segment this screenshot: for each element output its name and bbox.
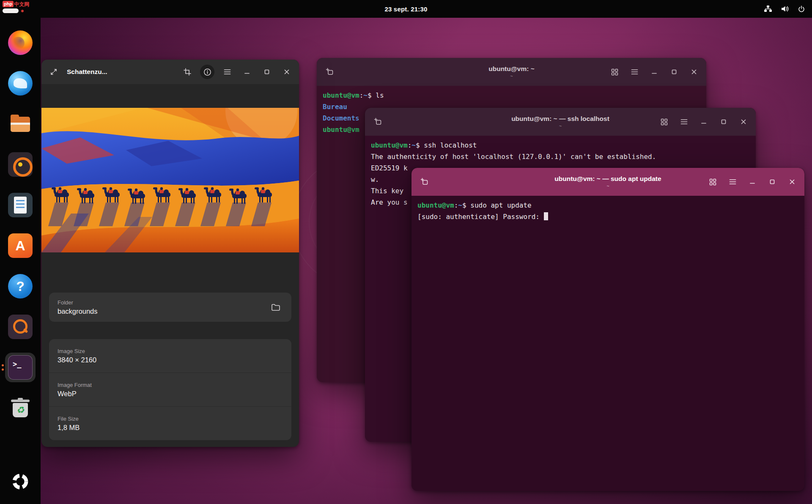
close-button[interactable] bbox=[687, 65, 701, 79]
desktop: 23 sept. 21:30 bbox=[0, 0, 812, 504]
property-label: File Size bbox=[58, 416, 283, 422]
dock-item-terminal[interactable]: >_ bbox=[5, 353, 36, 382]
minimize-button[interactable] bbox=[745, 175, 760, 189]
firefox-icon bbox=[8, 30, 33, 55]
app-center-icon: A bbox=[8, 233, 33, 258]
trash-icon: ♻ bbox=[8, 396, 33, 420]
minimize-button[interactable] bbox=[647, 65, 661, 79]
photo-canvas[interactable] bbox=[41, 108, 299, 252]
property-row: File Size 1,8 MB bbox=[49, 406, 291, 440]
property-value: WebP bbox=[58, 390, 283, 398]
top-bar: 23 sept. 21:30 bbox=[0, 0, 812, 18]
close-button[interactable] bbox=[736, 115, 751, 129]
crop-icon[interactable] bbox=[180, 65, 195, 79]
help-icon: ? bbox=[8, 274, 33, 299]
viewer-window-title: Schattenzu... bbox=[67, 68, 107, 76]
menu-button[interactable] bbox=[220, 65, 234, 79]
running-indicator-dots bbox=[2, 364, 4, 371]
dock-item-app-center[interactable]: A bbox=[5, 231, 36, 260]
network-icon bbox=[764, 5, 772, 13]
php-cn-logo: php 中文网 bbox=[3, 1, 29, 13]
files-icon bbox=[8, 112, 33, 136]
image-viewer-window: Schattenzu... bbox=[41, 60, 299, 447]
php-badge: php bbox=[3, 1, 14, 7]
tab-overview-icon[interactable] bbox=[657, 115, 671, 129]
volume-icon bbox=[781, 5, 789, 13]
open-folder-icon[interactable] bbox=[269, 300, 283, 315]
folder-property-card: Folder backgrounds bbox=[49, 293, 291, 322]
rhythmbox-icon bbox=[8, 152, 33, 177]
property-row: Image Size 3840 × 2160 bbox=[49, 339, 291, 373]
folder-value: backgrounds bbox=[58, 307, 97, 315]
tab-overview-icon[interactable] bbox=[705, 175, 720, 189]
php-cn-text: 中文网 bbox=[14, 2, 29, 7]
property-row: Image Format WebP bbox=[49, 373, 291, 406]
property-value: 3840 × 2160 bbox=[58, 356, 283, 364]
terminal-header[interactable]: ubuntu@vm: ~ ~ bbox=[317, 58, 706, 86]
dock-item-screenshot[interactable] bbox=[5, 312, 36, 342]
property-label: Image Size bbox=[58, 348, 283, 354]
terminal-header[interactable]: ubuntu@vm: ~ — ssh localhost ~ bbox=[365, 108, 756, 136]
menu-button[interactable] bbox=[725, 175, 740, 189]
clock[interactable]: 23 sept. 21:30 bbox=[384, 5, 427, 13]
dock: A ? >_ ♻ bbox=[0, 18, 41, 504]
dock-item-trash[interactable]: ♻ bbox=[5, 393, 36, 423]
new-tab-button[interactable] bbox=[323, 65, 337, 79]
dock-item-thunderbird[interactable] bbox=[5, 68, 36, 98]
logo-dot bbox=[21, 10, 24, 12]
menu-button[interactable] bbox=[677, 115, 691, 129]
dock-item-firefox[interactable] bbox=[5, 28, 36, 58]
image-properties-card: Image Size 3840 × 2160 Image Format WebP… bbox=[49, 339, 291, 440]
minimize-button[interactable] bbox=[240, 65, 254, 79]
menu-button[interactable] bbox=[627, 65, 642, 79]
screenshot-icon bbox=[8, 315, 33, 339]
info-toggle-button[interactable] bbox=[200, 65, 214, 79]
terminal-header[interactable]: ubuntu@vm: ~ — sudo apt update ~ bbox=[411, 168, 804, 196]
tab-overview-icon[interactable] bbox=[607, 65, 622, 79]
maximize-button[interactable] bbox=[716, 115, 731, 129]
dock-item-help[interactable]: ? bbox=[5, 271, 36, 301]
terminal-window-apt: ubuntu@vm: ~ — sudo apt update ~ bbox=[411, 168, 804, 491]
property-value: 1,8 MB bbox=[58, 424, 283, 432]
terminal-output[interactable]: ubuntu@vm:~$ sudo apt update[sudo: authe… bbox=[411, 196, 804, 226]
new-tab-button[interactable] bbox=[371, 115, 385, 129]
dock-item-rhythmbox[interactable] bbox=[5, 150, 36, 179]
close-button[interactable] bbox=[280, 65, 294, 79]
show-apps-icon bbox=[8, 469, 33, 494]
folder-label: Folder bbox=[58, 299, 97, 306]
dock-item-libreoffice[interactable] bbox=[5, 190, 36, 220]
dock-item-show-apps[interactable] bbox=[5, 467, 36, 496]
thunderbird-icon bbox=[8, 71, 33, 96]
terminal-icon: >_ bbox=[8, 355, 33, 380]
maximize-button[interactable] bbox=[667, 65, 681, 79]
libreoffice-icon bbox=[8, 193, 33, 217]
property-label: Image Format bbox=[58, 382, 283, 388]
power-icon bbox=[798, 5, 805, 13]
close-button[interactable] bbox=[785, 175, 799, 189]
minimize-button[interactable] bbox=[697, 115, 711, 129]
system-status-area[interactable] bbox=[764, 0, 805, 18]
maximize-button[interactable] bbox=[260, 65, 274, 79]
image-viewer-header[interactable]: Schattenzu... bbox=[41, 60, 299, 84]
logo-pill bbox=[3, 8, 19, 13]
fullscreen-expand-button[interactable] bbox=[47, 65, 61, 79]
new-tab-button[interactable] bbox=[417, 175, 432, 189]
maximize-button[interactable] bbox=[765, 175, 779, 189]
dock-item-files[interactable] bbox=[5, 109, 36, 139]
